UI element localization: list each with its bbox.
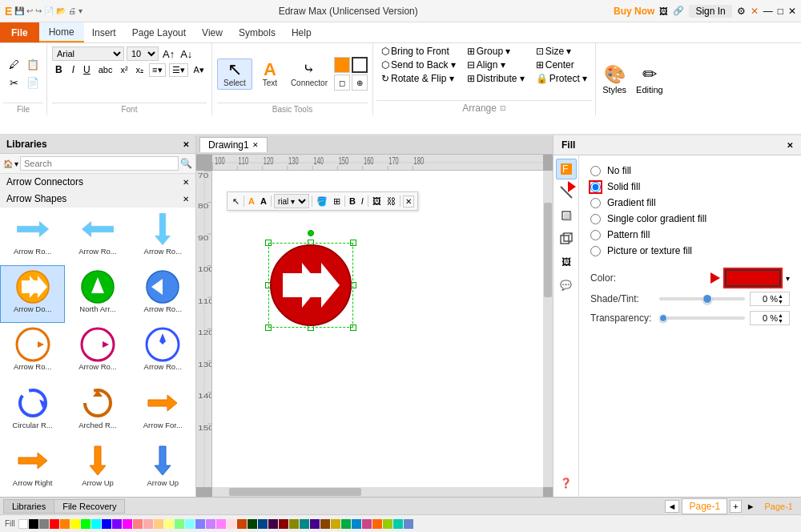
underline-btn[interactable]: U — [81, 63, 93, 76]
color-swatch-darkorange[interactable] — [372, 519, 382, 529]
list-item[interactable]: Circular R... — [0, 381, 65, 439]
color-swatch-darkpurple[interactable] — [268, 519, 278, 529]
list-item[interactable]: Arrow Ro... — [131, 265, 195, 323]
menu-insert[interactable]: Insert — [84, 24, 124, 42]
share-icon[interactable]: 🖼 — [659, 6, 668, 16]
page-btn[interactable]: 📋 — [24, 56, 42, 74]
list-item[interactable]: Arrow Ro... — [65, 323, 130, 381]
fill-tab-shadow[interactable] — [556, 205, 577, 226]
color-swatch-btn[interactable] — [725, 269, 781, 287]
color-swatch-green[interactable] — [81, 519, 91, 529]
list-item[interactable]: Arrow Do... — [0, 265, 65, 323]
libraries-panel-tab[interactable]: Libraries — [3, 499, 54, 514]
group-btn[interactable]: ⊞ Group ▾ — [462, 45, 529, 58]
single-color-radio[interactable] — [590, 214, 601, 224]
color-swatch-darkred[interactable] — [279, 519, 288, 529]
bold-btn[interactable]: B — [52, 62, 66, 77]
fill-option-no-fill[interactable]: No fill — [590, 165, 790, 176]
list-item[interactable]: Arrow Ro... — [0, 323, 65, 381]
list-item[interactable]: Arrow Up — [131, 439, 195, 497]
menu-page-layout[interactable]: Page Layout — [124, 24, 194, 42]
shade-value-input[interactable] — [754, 294, 778, 304]
transparency-down-btn[interactable]: ▼ — [778, 318, 783, 324]
solid-fill-radio[interactable] — [590, 182, 601, 192]
color-swatch-darkgreen[interactable] — [248, 519, 257, 529]
quick-access-redo[interactable]: ↪ — [35, 6, 42, 15]
settings-icon[interactable]: ⚙ — [737, 6, 746, 17]
list-btn[interactable]: ☰▾ — [169, 63, 188, 77]
connect-btn[interactable]: ⊕ — [352, 75, 368, 91]
arrow-connectors-close-btn[interactable]: ✕ — [183, 178, 189, 187]
fill-tab-help[interactable]: ❓ — [556, 473, 577, 494]
color-swatch-lightcyan[interactable] — [185, 519, 195, 529]
connector-tool[interactable]: ⤷ Connector — [288, 58, 331, 89]
scrollbar-v-thumb[interactable] — [544, 203, 552, 298]
list-item[interactable]: Arrow Ro... — [131, 208, 195, 265]
color-swatch-lightblue[interactable] — [195, 519, 205, 529]
canvas-tab-drawing1[interactable]: Drawing1 ✕ — [199, 137, 268, 152]
close-btn[interactable]: ✕ — [788, 6, 796, 17]
arrow-shapes-close-btn[interactable]: ✕ — [183, 195, 189, 204]
arrange-expand-btn[interactable]: ⊡ — [500, 104, 506, 112]
color-swatch-vltpink[interactable] — [227, 519, 236, 529]
increase-font-btn[interactable]: A↑ — [161, 47, 176, 61]
ft-bold2-btn[interactable]: B — [348, 195, 357, 207]
file-recovery-tab[interactable]: File Recovery — [54, 499, 125, 514]
cut-btn[interactable]: ✂ — [5, 75, 22, 92]
align-btn[interactable]: ⊟ Align ▾ — [462, 58, 529, 71]
ft-bold-btn[interactable]: A — [259, 195, 268, 207]
color-swatch-turquoise[interactable] — [393, 519, 403, 529]
text-tool[interactable]: A Text — [256, 59, 284, 89]
menu-view[interactable]: View — [194, 24, 231, 42]
scrollbar-h-thumb[interactable] — [229, 488, 361, 496]
page-tab-1[interactable]: Page-1 — [682, 498, 727, 514]
color-swatch-olive[interactable] — [289, 519, 299, 529]
fill-option-single-color[interactable]: Single color gradient fill — [590, 213, 790, 224]
fill-option-gradient[interactable]: Gradient fill — [590, 197, 790, 208]
quick-access-save[interactable]: 💾 — [14, 6, 24, 15]
align-btn[interactable]: ≡▾ — [149, 63, 165, 77]
rotate-handle[interactable] — [308, 230, 314, 236]
menu-help[interactable]: Help — [284, 24, 320, 42]
line-color-btn[interactable] — [352, 57, 368, 73]
color-swatch-purple[interactable] — [112, 519, 122, 529]
canvas-workspace[interactable]: 100 110 120 130 140 150 160 170 — [196, 155, 553, 497]
color-swatch-blue[interactable] — [102, 519, 111, 529]
color-swatch-hotpink[interactable] — [362, 519, 372, 529]
list-item[interactable]: Arrow For... — [131, 381, 195, 439]
list-item[interactable]: Arrow Up — [65, 439, 130, 497]
quick-access-print[interactable]: 🖨 — [68, 6, 76, 15]
menu-home[interactable]: Home — [39, 22, 84, 42]
color-swatch-cyan[interactable] — [91, 519, 101, 529]
color-swatch-lavender[interactable] — [206, 519, 215, 529]
font-family-select[interactable]: Arial — [52, 46, 124, 61]
size-btn[interactable]: ⊡ Size ▾ — [531, 45, 592, 58]
category-arrow-shapes[interactable]: Arrow Shapes ✕ — [0, 191, 195, 208]
bring-to-front-btn[interactable]: ⬡ Bring to Front — [376, 45, 461, 58]
color-btn[interactable]: A▾ — [191, 64, 207, 76]
share2-icon[interactable]: 🔗 — [673, 6, 684, 16]
minimize-btn[interactable]: — — [763, 6, 773, 17]
copy-btn[interactable]: 📄 — [24, 75, 42, 92]
fill-option-solid[interactable]: Solid fill — [590, 181, 790, 192]
color-swatch-sienna[interactable] — [320, 519, 330, 529]
fill-tab-fill[interactable]: F — [556, 159, 577, 179]
color-swatch-emerald[interactable] — [341, 519, 351, 529]
ft-font-select[interactable]: rial ▾ — [274, 194, 309, 208]
page-nav-right-btn[interactable]: ► — [744, 501, 758, 512]
color-swatch-pink[interactable] — [133, 519, 143, 529]
picture-fill-radio[interactable] — [590, 246, 601, 256]
color-swatch-orange[interactable] — [60, 519, 70, 529]
sign-in-btn[interactable]: Sign In — [689, 5, 731, 18]
ft-img-btn[interactable]: 🖼 — [371, 195, 383, 207]
select-tool[interactable]: ↖ Select — [217, 58, 252, 90]
color-swatch-white[interactable] — [18, 519, 28, 529]
color-swatch-navy[interactable] — [258, 519, 268, 529]
search-icon[interactable]: 🔍 — [180, 158, 192, 169]
quick-access-open[interactable]: 📂 — [56, 6, 66, 15]
fill-color-btn[interactable] — [334, 57, 350, 73]
ft-format-btn[interactable]: ⊞ — [332, 195, 342, 208]
page-add-btn[interactable]: + — [730, 500, 741, 513]
list-item[interactable]: Arrow Ro... — [0, 208, 65, 265]
color-swatch-skyblue[interactable] — [352, 519, 361, 529]
